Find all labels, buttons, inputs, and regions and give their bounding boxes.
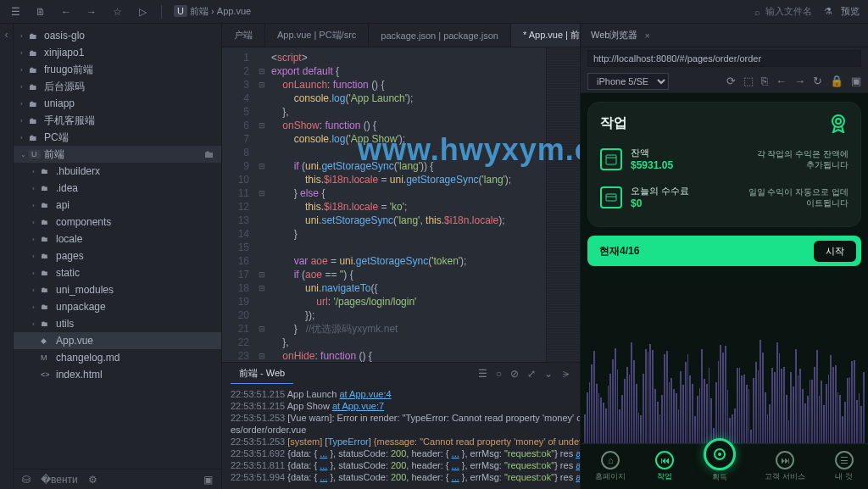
preview-tab[interactable]: Web浏览器× — [581, 24, 868, 47]
stop-icon[interactable]: ▣ — [851, 75, 861, 87]
tree-item[interactable]: ›🖿pages — [14, 247, 221, 264]
svg-rect-4 — [606, 194, 616, 201]
tree-item[interactable]: ›🖿unpackage — [14, 298, 221, 315]
fee-value: $0 — [631, 197, 689, 209]
tree-folder[interactable]: ›🖿uniapp — [14, 95, 221, 112]
term-close-icon[interactable]: ⪫ — [561, 368, 571, 380]
tree-item[interactable]: ›🖿api — [14, 197, 221, 214]
code-editor[interactable]: 1234567891011121314151617181920212223242… — [222, 47, 546, 362]
editor-tabs: 户端App.vue | PC端/srcpackage.json | packag… — [222, 24, 580, 47]
term-split-icon[interactable]: ☰ — [478, 368, 487, 380]
action-bar: 현재4/16 시작 — [587, 236, 861, 266]
nav-forward-icon[interactable]: → — [794, 75, 805, 87]
nav-item[interactable]: ⏮작업 — [655, 451, 674, 482]
tree-item[interactable]: ›🖿components — [14, 214, 221, 231]
save-icon[interactable]: 🗎 — [34, 5, 47, 19]
tree-root-open[interactable]: ⌄U前端🖿 — [14, 146, 221, 163]
tree-item[interactable]: <>index.html — [14, 366, 221, 383]
progress-label: 현재4/16 — [599, 244, 639, 258]
tree-item[interactable]: ›🖿.idea — [14, 180, 221, 197]
run-icon[interactable]: ▷ — [136, 5, 149, 19]
lock-icon[interactable]: 🔒 — [830, 75, 843, 87]
term-stop-icon[interactable]: ○ — [496, 368, 502, 380]
editor-tab[interactable]: package.json | package.json — [369, 24, 511, 47]
preview-button[interactable]: 预览 — [841, 5, 860, 18]
tree-folder[interactable]: ›🖿oasis-glo — [14, 27, 221, 44]
ribbon-icon — [828, 113, 849, 133]
bottom-nav: ⌂홈페이지⏮작업획득⏭고객 서비스☰내 것 — [581, 443, 868, 489]
tree-item[interactable]: Mchangelog.md — [14, 349, 221, 366]
tree-item[interactable]: ›🖿uni_modules — [14, 281, 221, 298]
fee-desc: 일일 수익이 자동으로 업데이트됩니다 — [747, 186, 849, 208]
balance-value: $5931.05 — [631, 159, 673, 171]
bug-icon[interactable]: �венти — [41, 474, 78, 486]
filter-icon[interactable]: ⚗ — [824, 6, 832, 17]
term-clear-icon[interactable]: ⊘ — [510, 368, 519, 380]
calendar-icon — [600, 148, 622, 170]
balance-desc: 각 작업의 수익은 잔액에 추가됩니다 — [747, 148, 849, 170]
db-icon[interactable]: ⛁ — [22, 474, 31, 486]
tree-item[interactable]: ◆App.vue — [14, 332, 221, 349]
file-search[interactable]: ⌕ 输入文件名 — [754, 5, 812, 18]
forward-icon[interactable]: → — [85, 5, 98, 19]
phone-viewport: 작업 잔액 $5931.05 각 작업의 수익은 잔액에 추가됩니다 — [581, 93, 868, 489]
waveform-decoration — [581, 313, 868, 448]
term-collapse-icon[interactable]: ⌄ — [544, 368, 553, 380]
svg-point-1 — [836, 119, 841, 124]
fee-icon — [600, 186, 622, 208]
nav-back-icon[interactable]: ← — [776, 75, 787, 87]
breadcrumb: U 前端 › App.vue — [174, 5, 251, 18]
reload-icon[interactable]: ↻ — [813, 75, 822, 87]
balance-label: 잔액 — [631, 147, 673, 159]
file-explorer: ›🖿oasis-glo›🖿xinjiapo1›🖿fruugo前端›🖿后台源码›🖿… — [14, 24, 222, 489]
tree-item[interactable]: ›🖿locale — [14, 231, 221, 247]
card-title: 작업 — [600, 114, 627, 132]
terminal-icon[interactable]: ▣ — [203, 474, 213, 486]
fee-label: 오늘의 수수료 — [631, 185, 689, 197]
activity-bar: ‹ — [0, 24, 14, 489]
term-settings-icon[interactable]: ⤢ — [527, 368, 536, 380]
start-button[interactable]: 시작 — [814, 241, 856, 262]
tree-item[interactable]: ›🖿static — [14, 264, 221, 281]
tree-folder[interactable]: ›🖿PC端 — [14, 129, 221, 146]
back-icon[interactable]: ← — [59, 5, 73, 19]
export-icon[interactable]: ⎘ — [761, 75, 768, 87]
tree-folder[interactable]: ›🖿后台源码 — [14, 78, 221, 95]
nav-item[interactable]: ☰내 것 — [835, 451, 854, 482]
terminal-tab[interactable]: 前端 - Web — [231, 364, 293, 384]
tree-folder[interactable]: ›🖿xinjiapo1 — [14, 44, 221, 61]
menu-icon[interactable]: ☰ — [8, 5, 22, 19]
nav-center[interactable]: 획득 — [704, 450, 736, 483]
settings-icon[interactable]: ⚙ — [88, 474, 97, 486]
collapse-icon[interactable]: ‹ — [5, 29, 8, 41]
star-icon[interactable]: ☆ — [110, 5, 124, 19]
svg-point-7 — [718, 453, 721, 456]
tree-item[interactable]: ›🖿.hbuilderx — [14, 163, 221, 180]
minimap[interactable] — [546, 47, 580, 362]
title-bar: ☰ 🗎 ← → ☆ ▷ U 前端 › App.vue ⌕ 输入文件名 ⚗ 预览 — [0, 0, 868, 24]
search-icon: ⌕ — [754, 7, 760, 17]
editor-tab[interactable]: * App.vue | 前端 — [511, 24, 580, 47]
tree-folder[interactable]: ›🖿fruugo前端 — [14, 61, 221, 78]
terminal-output[interactable]: 22:53:51.215 App Launch at App.vue:422:5… — [222, 385, 580, 489]
svg-point-0 — [832, 115, 844, 127]
svg-rect-2 — [606, 155, 616, 164]
tree-item[interactable]: ›🖿utils — [14, 315, 221, 332]
web-preview-panel: Web浏览器× iPhone 5/SE ⟳ ⬚ ⎘ ← → ↻ 🔒 ▣ 작업 — [580, 24, 868, 489]
tree-folder[interactable]: ›🖿手机客服端 — [14, 112, 221, 129]
screenshot-icon[interactable]: ⬚ — [743, 75, 754, 87]
editor-tab[interactable]: App.vue | PC端/src — [265, 24, 369, 47]
nav-item[interactable]: ⏭고객 서비스 — [765, 451, 805, 482]
device-select[interactable]: iPhone 5/SE — [587, 73, 669, 90]
terminal-panel: 前端 - Web ☰ ○ ⊘ ⤢ ⌄ ⪫ 22:53:51.215 App La… — [222, 362, 580, 489]
editor-tab[interactable]: 户端 — [222, 24, 265, 47]
rotate-icon[interactable]: ⟳ — [726, 75, 736, 87]
nav-item[interactable]: ⌂홈페이지 — [595, 451, 626, 482]
task-card: 작업 잔액 $5931.05 각 작업의 수익은 잔액에 추가됩니다 — [587, 102, 861, 227]
url-input[interactable] — [587, 50, 861, 67]
